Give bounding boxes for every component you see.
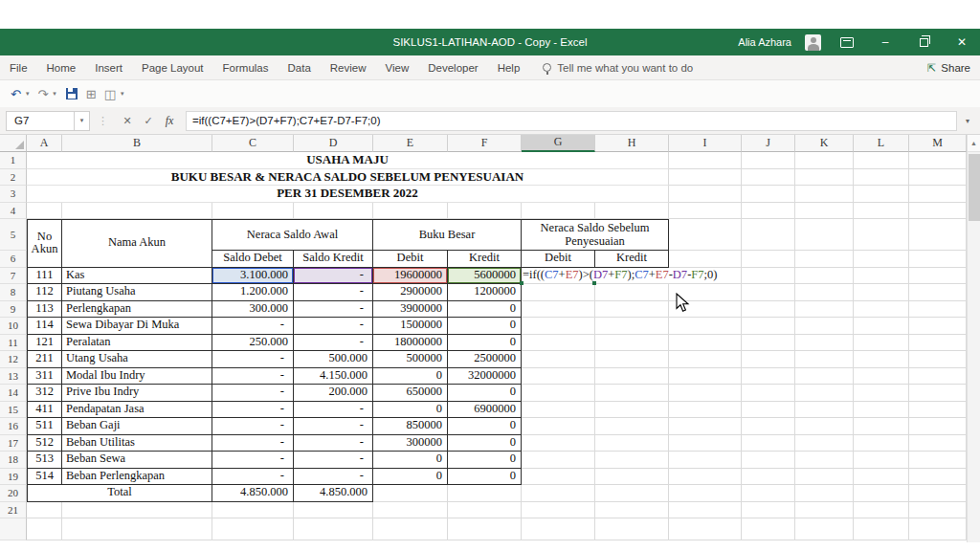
select-all-corner[interactable] <box>0 135 27 152</box>
header-sub-kredit[interactable]: Kredit <box>595 251 669 268</box>
cell-K[interactable] <box>795 469 854 486</box>
cell-A17[interactable]: 512 <box>27 435 62 452</box>
cell-I[interactable] <box>669 502 742 519</box>
cell-F[interactable] <box>448 502 522 519</box>
cell-H[interactable] <box>595 502 669 519</box>
cell-E13[interactable]: 0 <box>373 368 448 386</box>
cell-I[interactable] <box>669 402 742 419</box>
cell-G[interactable] <box>522 351 595 368</box>
row-header-4[interactable]: 4 <box>0 203 27 220</box>
cell-A10[interactable]: 114 <box>27 318 62 335</box>
cell-B10[interactable]: Sewa Dibayar Di Muka <box>62 318 212 335</box>
row-header-18[interactable]: 18 <box>0 452 27 469</box>
qat-customize-icon[interactable]: ▾ <box>121 90 124 98</box>
formula-bar-expand-icon[interactable]: ▾ <box>959 117 976 125</box>
cell-B[interactable] <box>62 502 212 519</box>
cell-M[interactable] <box>909 418 967 435</box>
cell-I[interactable] <box>669 452 742 469</box>
cell-E9[interactable]: 3900000 <box>373 301 448 319</box>
cell-L[interactable] <box>854 402 909 419</box>
cell-H[interactable] <box>595 435 669 452</box>
row-header-9[interactable]: 9 <box>0 301 27 319</box>
cell-B7[interactable]: Kas <box>62 268 212 285</box>
cell-H[interactable] <box>595 335 669 352</box>
vertical-scrollbar[interactable]: ▲ <box>967 135 980 542</box>
cell-H[interactable] <box>595 301 669 319</box>
enter-icon[interactable]: ✓ <box>138 115 159 127</box>
cell-D7[interactable]: - <box>294 268 373 285</box>
row-header-17[interactable]: 17 <box>0 435 27 452</box>
cell-C12[interactable]: - <box>212 351 294 368</box>
cell-D16[interactable]: - <box>294 418 373 435</box>
total-label-cell[interactable]: Total <box>27 485 212 502</box>
header-sub-saldo-kredit[interactable]: Saldo Kredit <box>294 251 373 268</box>
cell-C8[interactable]: 1.200.000 <box>212 284 294 301</box>
row-header-15[interactable]: 15 <box>0 402 27 419</box>
cell-M[interactable] <box>909 169 967 187</box>
cell-K[interactable] <box>795 418 854 435</box>
cell-D15[interactable]: - <box>294 402 373 419</box>
tab-home[interactable]: Home <box>37 55 86 80</box>
cell-J[interactable] <box>742 251 795 268</box>
cell-B[interactable] <box>62 518 212 540</box>
cell-K[interactable] <box>795 335 854 352</box>
cell-I[interactable] <box>669 385 742 402</box>
cell-L[interactable] <box>854 268 909 285</box>
user-avatar[interactable] <box>805 34 821 51</box>
cell-A13[interactable]: 311 <box>27 368 62 386</box>
cell-L[interactable] <box>854 518 909 540</box>
cell-E[interactable] <box>373 203 448 220</box>
cell-F16[interactable]: 0 <box>448 418 522 435</box>
cell-K[interactable] <box>795 502 854 519</box>
cell-J[interactable] <box>742 418 795 435</box>
column-header-C[interactable]: C <box>212 135 294 152</box>
cell-J[interactable] <box>742 203 795 220</box>
row-header-19[interactable]: 19 <box>0 469 27 486</box>
cell-A[interactable] <box>27 203 62 220</box>
cell-I[interactable] <box>669 351 742 368</box>
cell-K[interactable] <box>795 251 854 268</box>
tab-help[interactable]: Help <box>488 55 530 80</box>
cell-L[interactable] <box>854 152 909 169</box>
cell-A15[interactable]: 411 <box>27 402 62 419</box>
cell-A[interactable] <box>27 502 62 519</box>
cell-D18[interactable]: - <box>294 452 373 469</box>
cell-J[interactable] <box>742 518 795 540</box>
cell-L[interactable] <box>854 251 909 268</box>
cell-H[interactable] <box>595 452 669 469</box>
tab-insert[interactable]: Insert <box>85 55 132 80</box>
cell-D[interactable] <box>294 518 373 540</box>
cell-M[interactable] <box>909 485 967 502</box>
cell-L[interactable] <box>854 203 909 220</box>
cell-E[interactable] <box>373 502 448 519</box>
cell-F19[interactable]: 0 <box>448 469 522 486</box>
cell-K[interactable] <box>795 518 854 540</box>
cell-B12[interactable]: Utang Usaha <box>62 351 212 368</box>
cell-K[interactable] <box>795 402 854 419</box>
cell-F7[interactable]: 5600000 <box>448 268 522 285</box>
cell-K[interactable] <box>795 485 854 502</box>
title-row-3[interactable]: PER 31 DESEMBER 2022 <box>27 186 669 203</box>
cell-D8[interactable]: - <box>294 284 373 301</box>
cell-L[interactable] <box>854 219 909 251</box>
header-nama-akun[interactable]: Nama Akun <box>62 219 212 268</box>
cell-M[interactable] <box>909 368 967 386</box>
cell-B[interactable] <box>62 203 212 220</box>
cell-M[interactable] <box>909 203 967 220</box>
cell-F10[interactable]: 0 <box>448 318 522 335</box>
cell-H[interactable] <box>595 418 669 435</box>
cell-J[interactable] <box>742 169 795 187</box>
restore-icon[interactable] <box>911 32 936 53</box>
tab-file[interactable]: File <box>0 55 37 80</box>
cell-G[interactable] <box>522 502 595 519</box>
cell-L[interactable] <box>854 485 909 502</box>
name-box[interactable]: G7 <box>6 111 75 131</box>
cell-E11[interactable]: 18000000 <box>373 335 448 352</box>
undo-dropdown-icon[interactable]: ▾ <box>26 90 30 98</box>
cell-E19[interactable]: 0 <box>373 469 448 486</box>
cell-J[interactable] <box>742 301 795 319</box>
cell-J[interactable] <box>742 452 795 469</box>
cell-B11[interactable]: Peralatan <box>62 335 212 352</box>
in-cell-formula[interactable]: =if((C7+E7)>(D7+F7);C7+E7-D7-F7;0) <box>523 268 720 284</box>
cell-J[interactable] <box>742 402 795 419</box>
